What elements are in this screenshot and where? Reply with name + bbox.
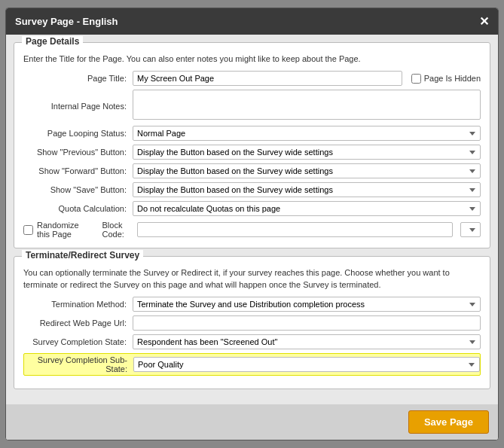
save-page-button[interactable]: Save Page <box>408 410 489 434</box>
completion-state-control: Respondent has been "Screened Out" <box>133 334 481 349</box>
redirect-url-row: Redirect Web Page Url: <box>23 315 481 331</box>
completion-substate-control: Poor Quality <box>133 357 480 372</box>
page-details-description: Enter the Title for the Page. You can al… <box>23 53 481 65</box>
page-title-input[interactable] <box>133 71 402 86</box>
page-title-row: Page Title: Page Is Hidden <box>23 71 481 86</box>
randomize-checkbox[interactable] <box>23 225 33 235</box>
internal-notes-control <box>133 90 481 122</box>
randomization-control: Do not apply any Question randomization <box>460 222 481 237</box>
block-code-input[interactable] <box>137 222 453 237</box>
completion-substate-label: Survey Completion Sub-State: <box>24 355 133 373</box>
show-forward-control: Display the Button based on the Survey w… <box>133 163 481 178</box>
show-save-control: Display the Button based on the Survey w… <box>133 182 481 197</box>
looping-status-control: Normal Page <box>133 126 481 141</box>
modal-body: Page Details Enter the Title for the Pag… <box>6 35 498 404</box>
terminate-title: Terminate/Redirect Survey <box>22 250 143 261</box>
page-hidden-checkbox[interactable] <box>411 74 421 84</box>
show-save-label: Show "Save" Button: <box>23 185 133 194</box>
completion-substate-row: Survey Completion Sub-State: Poor Qualit… <box>23 353 481 376</box>
looping-status-label: Page Looping Status: <box>23 129 133 138</box>
modal-title: Survey Page - English <box>15 16 118 27</box>
quota-label: Quota Calculation: <box>23 204 133 213</box>
terminate-section: Terminate/Redirect Survey You can option… <box>14 256 490 389</box>
block-code-label: Block Code: <box>102 221 133 239</box>
completion-state-label: Survey Completion State: <box>23 337 133 346</box>
page-title-control: Page Is Hidden <box>133 71 481 86</box>
internal-notes-label: Internal Page Notes: <box>23 102 133 111</box>
quota-select[interactable]: Do not recalculate Quotas on this page <box>133 201 481 216</box>
modal-footer: Save Page <box>6 404 498 440</box>
internal-notes-row: Internal Page Notes: <box>23 90 481 122</box>
terminate-description: You can optionally terminate the Survey … <box>23 267 481 291</box>
quota-control: Do not recalculate Quotas on this page <box>133 201 481 216</box>
redirect-url-input[interactable] <box>133 315 481 331</box>
termination-method-select[interactable]: Terminate the Survey and use Distributio… <box>133 297 481 312</box>
termination-method-row: Termination Method: Terminate the Survey… <box>23 297 481 312</box>
page-details-title: Page Details <box>22 36 83 47</box>
internal-notes-input[interactable] <box>133 90 481 120</box>
randomize-label: Randomize this Page <box>37 221 91 239</box>
completion-state-row: Survey Completion State: Respondent has … <box>23 334 481 349</box>
show-previous-label: Show "Previous" Button: <box>23 148 133 157</box>
termination-method-control: Terminate the Survey and use Distributio… <box>133 297 481 312</box>
quota-row: Quota Calculation: Do not recalculate Qu… <box>23 201 481 216</box>
show-previous-row: Show "Previous" Button: Display the Butt… <box>23 145 481 160</box>
redirect-url-label: Redirect Web Page Url: <box>23 318 133 328</box>
redirect-url-control <box>133 315 481 331</box>
completion-state-select[interactable]: Respondent has been "Screened Out" <box>133 334 481 349</box>
close-button[interactable]: ✕ <box>479 14 489 29</box>
completion-substate-select[interactable]: Poor Quality <box>133 357 480 372</box>
page-hidden-group: Page Is Hidden <box>411 74 481 84</box>
show-forward-label: Show "Forward" Button: <box>23 166 133 175</box>
looping-status-select[interactable]: Normal Page <box>133 126 481 141</box>
show-previous-select[interactable]: Display the Button based on the Survey w… <box>133 145 481 160</box>
show-forward-row: Show "Forward" Button: Display the Butto… <box>23 163 481 178</box>
modal-header: Survey Page - English ✕ <box>6 8 498 35</box>
show-save-row: Show "Save" Button: Display the Button b… <box>23 182 481 197</box>
page-hidden-label: Page Is Hidden <box>424 74 481 83</box>
show-forward-select[interactable]: Display the Button based on the Survey w… <box>133 163 481 178</box>
show-save-select[interactable]: Display the Button based on the Survey w… <box>133 182 481 197</box>
termination-method-label: Termination Method: <box>23 300 133 309</box>
page-title-label: Page Title: <box>23 74 133 83</box>
looping-status-row: Page Looping Status: Normal Page <box>23 126 481 141</box>
page-details-section: Page Details Enter the Title for the Pag… <box>14 42 490 248</box>
randomize-row: Randomize this Page Block Code: Do not a… <box>23 221 481 239</box>
modal-dialog: Survey Page - English ✕ Page Details Ent… <box>5 8 499 440</box>
randomization-select[interactable]: Do not apply any Question randomization <box>460 222 481 237</box>
show-previous-control: Display the Button based on the Survey w… <box>133 145 481 160</box>
